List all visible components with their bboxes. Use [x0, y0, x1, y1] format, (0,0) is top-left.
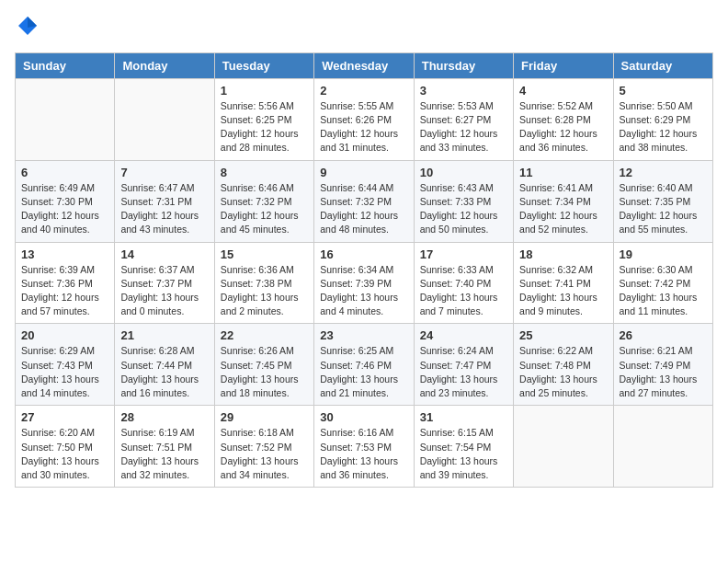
- day-info: Sunrise: 6:25 AM Sunset: 7:46 PM Dayligh…: [320, 344, 407, 400]
- calendar-cell: [514, 406, 613, 488]
- calendar-cell: 1Sunrise: 5:56 AM Sunset: 6:25 PM Daylig…: [214, 78, 313, 160]
- day-info: Sunrise: 5:53 AM Sunset: 6:27 PM Dayligh…: [420, 99, 507, 155]
- day-info: Sunrise: 6:36 AM Sunset: 7:38 PM Dayligh…: [221, 263, 308, 319]
- calendar-cell: 21Sunrise: 6:28 AM Sunset: 7:44 PM Dayli…: [115, 324, 214, 406]
- calendar-cell: 5Sunrise: 5:50 AM Sunset: 6:29 PM Daylig…: [613, 78, 712, 160]
- calendar-cell: 18Sunrise: 6:32 AM Sunset: 7:41 PM Dayli…: [514, 242, 613, 324]
- column-header-friday: Friday: [514, 52, 613, 78]
- calendar-cell: 31Sunrise: 6:15 AM Sunset: 7:54 PM Dayli…: [414, 406, 513, 488]
- column-header-monday: Monday: [115, 52, 214, 78]
- day-number: 9: [320, 166, 407, 179]
- page-header: [15, 15, 713, 41]
- calendar-cell: 3Sunrise: 5:53 AM Sunset: 6:27 PM Daylig…: [414, 78, 513, 160]
- day-number: 19: [620, 247, 707, 261]
- calendar-cell: 10Sunrise: 6:43 AM Sunset: 7:33 PM Dayli…: [414, 160, 513, 242]
- day-number: 7: [120, 166, 208, 179]
- calendar-cell: 4Sunrise: 5:52 AM Sunset: 6:28 PM Daylig…: [514, 78, 613, 160]
- column-header-thursday: Thursday: [414, 52, 513, 78]
- calendar-cell: 15Sunrise: 6:36 AM Sunset: 7:38 PM Dayli…: [214, 242, 313, 324]
- day-number: 5: [620, 84, 707, 98]
- day-number: 20: [21, 328, 108, 342]
- column-header-wednesday: Wednesday: [314, 52, 414, 78]
- calendar-week-row: 20Sunrise: 6:29 AM Sunset: 7:43 PM Dayli…: [16, 324, 713, 406]
- day-number: 4: [519, 84, 607, 98]
- day-number: 3: [420, 84, 507, 98]
- day-info: Sunrise: 6:40 AM Sunset: 7:35 PM Dayligh…: [620, 181, 707, 237]
- calendar-cell: [613, 406, 712, 488]
- day-info: Sunrise: 6:41 AM Sunset: 7:34 PM Dayligh…: [519, 181, 607, 237]
- day-number: 6: [21, 166, 108, 179]
- day-info: Sunrise: 6:16 AM Sunset: 7:53 PM Dayligh…: [320, 426, 407, 482]
- column-header-sunday: Sunday: [16, 52, 115, 78]
- day-info: Sunrise: 6:21 AM Sunset: 7:49 PM Dayligh…: [620, 344, 707, 400]
- calendar-cell: 13Sunrise: 6:39 AM Sunset: 7:36 PM Dayli…: [16, 242, 115, 324]
- calendar-cell: 28Sunrise: 6:19 AM Sunset: 7:51 PM Dayli…: [115, 406, 214, 488]
- calendar-cell: 12Sunrise: 6:40 AM Sunset: 7:35 PM Dayli…: [613, 160, 712, 242]
- day-number: 30: [320, 410, 407, 424]
- day-info: Sunrise: 5:52 AM Sunset: 6:28 PM Dayligh…: [519, 99, 607, 155]
- calendar-cell: 16Sunrise: 6:34 AM Sunset: 7:39 PM Dayli…: [314, 242, 414, 324]
- day-number: 17: [420, 247, 507, 261]
- day-info: Sunrise: 5:50 AM Sunset: 6:29 PM Dayligh…: [620, 99, 707, 155]
- calendar-cell: 27Sunrise: 6:20 AM Sunset: 7:50 PM Dayli…: [16, 406, 115, 488]
- day-info: Sunrise: 6:26 AM Sunset: 7:45 PM Dayligh…: [221, 344, 308, 400]
- day-number: 14: [120, 247, 208, 261]
- calendar-cell: 14Sunrise: 6:37 AM Sunset: 7:37 PM Dayli…: [115, 242, 214, 324]
- calendar-cell: [16, 78, 115, 160]
- day-info: Sunrise: 6:39 AM Sunset: 7:36 PM Dayligh…: [21, 263, 108, 319]
- calendar-cell: 2Sunrise: 5:55 AM Sunset: 6:26 PM Daylig…: [314, 78, 414, 160]
- day-number: 1: [221, 84, 308, 98]
- day-number: 11: [519, 166, 607, 179]
- day-number: 13: [21, 247, 108, 261]
- calendar-cell: 20Sunrise: 6:29 AM Sunset: 7:43 PM Dayli…: [16, 324, 115, 406]
- day-number: 23: [320, 328, 407, 342]
- day-number: 22: [221, 328, 308, 342]
- day-number: 8: [221, 166, 308, 179]
- calendar-cell: 8Sunrise: 6:46 AM Sunset: 7:32 PM Daylig…: [214, 160, 313, 242]
- day-info: Sunrise: 6:44 AM Sunset: 7:32 PM Dayligh…: [320, 181, 407, 237]
- calendar-week-row: 27Sunrise: 6:20 AM Sunset: 7:50 PM Dayli…: [16, 406, 713, 488]
- day-info: Sunrise: 6:30 AM Sunset: 7:42 PM Dayligh…: [620, 263, 707, 319]
- day-number: 15: [221, 247, 308, 261]
- calendar-cell: 30Sunrise: 6:16 AM Sunset: 7:53 PM Dayli…: [314, 406, 414, 488]
- day-info: Sunrise: 6:24 AM Sunset: 7:47 PM Dayligh…: [420, 344, 507, 400]
- day-info: Sunrise: 6:37 AM Sunset: 7:37 PM Dayligh…: [120, 263, 208, 319]
- day-info: Sunrise: 6:15 AM Sunset: 7:54 PM Dayligh…: [420, 426, 507, 482]
- day-info: Sunrise: 6:49 AM Sunset: 7:30 PM Dayligh…: [21, 181, 108, 237]
- calendar-cell: 7Sunrise: 6:47 AM Sunset: 7:31 PM Daylig…: [115, 160, 214, 242]
- calendar-cell: [115, 78, 214, 160]
- day-info: Sunrise: 5:56 AM Sunset: 6:25 PM Dayligh…: [221, 99, 308, 155]
- day-number: 25: [519, 328, 607, 342]
- calendar-cell: 6Sunrise: 6:49 AM Sunset: 7:30 PM Daylig…: [16, 160, 115, 242]
- day-info: Sunrise: 6:33 AM Sunset: 7:40 PM Dayligh…: [420, 263, 507, 319]
- day-info: Sunrise: 6:29 AM Sunset: 7:43 PM Dayligh…: [21, 344, 108, 400]
- day-number: 21: [120, 328, 208, 342]
- day-info: Sunrise: 6:43 AM Sunset: 7:33 PM Dayligh…: [420, 181, 507, 237]
- day-number: 27: [21, 410, 108, 424]
- day-number: 29: [221, 410, 308, 424]
- day-number: 2: [320, 84, 407, 98]
- day-number: 31: [420, 410, 507, 424]
- day-info: Sunrise: 5:55 AM Sunset: 6:26 PM Dayligh…: [320, 99, 407, 155]
- calendar-table: SundayMondayTuesdayWednesdayThursdayFrid…: [15, 52, 713, 488]
- calendar-cell: 11Sunrise: 6:41 AM Sunset: 7:34 PM Dayli…: [514, 160, 613, 242]
- calendar-cell: 22Sunrise: 6:26 AM Sunset: 7:45 PM Dayli…: [214, 324, 313, 406]
- calendar-cell: 29Sunrise: 6:18 AM Sunset: 7:52 PM Dayli…: [214, 406, 313, 488]
- calendar-cell: 19Sunrise: 6:30 AM Sunset: 7:42 PM Dayli…: [613, 242, 712, 324]
- day-number: 26: [620, 328, 707, 342]
- day-number: 28: [120, 410, 208, 424]
- day-info: Sunrise: 6:18 AM Sunset: 7:52 PM Dayligh…: [221, 426, 308, 482]
- day-info: Sunrise: 6:19 AM Sunset: 7:51 PM Dayligh…: [120, 426, 208, 482]
- calendar-cell: 23Sunrise: 6:25 AM Sunset: 7:46 PM Dayli…: [314, 324, 414, 406]
- calendar-cell: 17Sunrise: 6:33 AM Sunset: 7:40 PM Dayli…: [414, 242, 513, 324]
- calendar-week-row: 1Sunrise: 5:56 AM Sunset: 6:25 PM Daylig…: [16, 78, 713, 160]
- column-header-tuesday: Tuesday: [214, 52, 313, 78]
- day-number: 12: [620, 166, 707, 179]
- logo: [15, 15, 39, 41]
- calendar-cell: 24Sunrise: 6:24 AM Sunset: 7:47 PM Dayli…: [414, 324, 513, 406]
- day-info: Sunrise: 6:46 AM Sunset: 7:32 PM Dayligh…: [221, 181, 308, 237]
- calendar-cell: 9Sunrise: 6:44 AM Sunset: 7:32 PM Daylig…: [314, 160, 414, 242]
- day-number: 18: [519, 247, 607, 261]
- day-number: 16: [320, 247, 407, 261]
- logo-icon: [17, 15, 39, 37]
